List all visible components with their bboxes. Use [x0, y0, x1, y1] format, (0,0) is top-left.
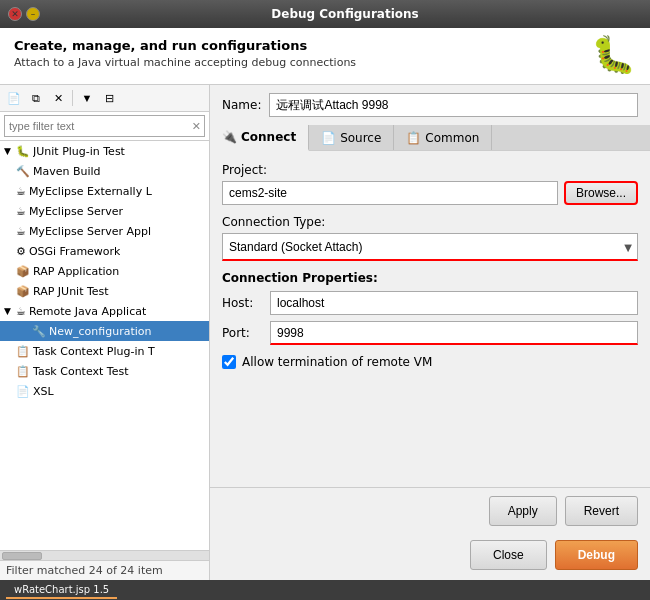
tree-item[interactable]: 🔧New_configuration	[0, 321, 209, 341]
debug-configurations-window: ✕ – Debug Configurations Create, manage,…	[0, 0, 650, 600]
close-button[interactable]: Close	[470, 540, 547, 570]
host-label: Host:	[222, 296, 262, 310]
dialog-header-text: Create, manage, and run configurations A…	[14, 38, 356, 69]
connection-type-select-wrapper: Standard (Socket Attach) ▼	[222, 233, 638, 261]
name-input[interactable]	[269, 93, 638, 117]
tree-item[interactable]: ☕MyEclipse Server Appl	[0, 221, 209, 241]
action-row: Close Debug	[210, 534, 650, 580]
tree-item[interactable]: ▼🐛JUnit Plug-in Test	[0, 141, 209, 161]
allow-termination-label[interactable]: Allow termination of remote VM	[242, 355, 432, 369]
connect-tab-icon: 🔌	[222, 130, 237, 144]
tree-item[interactable]: ☕MyEclipse Externally L	[0, 181, 209, 201]
window-title: Debug Configurations	[48, 7, 642, 21]
host-row: Host:	[222, 291, 638, 315]
common-tab-icon: 📋	[406, 131, 421, 145]
filter-status: Filter matched 24 of 24 item	[0, 560, 209, 580]
bug-icon: 🐛	[591, 34, 636, 76]
tabs-row: 🔌Connect📄Source📋Common	[210, 125, 650, 151]
new-config-btn[interactable]: 📄	[4, 88, 24, 108]
name-row: Name:	[210, 85, 650, 125]
collapse-all-btn[interactable]: ⊟	[99, 88, 119, 108]
tab-source[interactable]: 📄Source	[309, 125, 394, 150]
filter-btn[interactable]: ▼	[77, 88, 97, 108]
dialog-header-subtitle: Attach to a Java virtual machine accepti…	[14, 56, 356, 69]
project-group: Project: Browse...	[222, 163, 638, 205]
tree-item[interactable]: 📦RAP JUnit Test	[0, 281, 209, 301]
filter-box: ✕	[0, 112, 209, 141]
left-panel: 📄 ⧉ ✕ ▼ ⊟ ✕ ▼🐛JUnit Plug-in Test🔨Maven B…	[0, 85, 210, 580]
port-label: Port:	[222, 326, 262, 340]
scrollbar-thumb[interactable]	[2, 552, 42, 560]
dialog-header: Create, manage, and run configurations A…	[0, 28, 650, 85]
duplicate-config-btn[interactable]: ⧉	[26, 88, 46, 108]
bottom-tab-bar: wRateChart.jsp 1.5	[0, 580, 650, 600]
host-input[interactable]	[270, 291, 638, 315]
source-tab-label: Source	[340, 131, 381, 145]
tree-item[interactable]: 📋Task Context Plug-in T	[0, 341, 209, 361]
tree-area: ▼🐛JUnit Plug-in Test🔨Maven Build☕MyEclip…	[0, 141, 209, 550]
tab-common[interactable]: 📋Common	[394, 125, 492, 150]
tab-connect[interactable]: 🔌Connect	[210, 125, 309, 151]
name-label: Name:	[222, 98, 261, 112]
connection-type-label: Connection Type:	[222, 215, 638, 229]
revert-button[interactable]: Revert	[565, 496, 638, 526]
filter-clear-btn[interactable]: ✕	[192, 120, 201, 133]
titlebar: ✕ – Debug Configurations	[0, 0, 650, 28]
connection-properties-label: Connection Properties:	[222, 271, 638, 285]
horizontal-scrollbar[interactable]	[0, 550, 209, 560]
right-panel: Name: 🔌Connect📄Source📋Common Project: Br…	[210, 85, 650, 580]
project-field-row: Browse...	[222, 181, 638, 205]
project-input[interactable]	[222, 181, 558, 205]
bottom-tab-label: wRateChart.jsp	[14, 584, 90, 595]
allow-termination-row: Allow termination of remote VM	[222, 355, 638, 369]
debug-button[interactable]: Debug	[555, 540, 638, 570]
source-tab-icon: 📄	[321, 131, 336, 145]
tree-item[interactable]: 📄XSL	[0, 381, 209, 401]
titlebar-buttons: ✕ –	[8, 7, 40, 21]
port-input[interactable]	[270, 321, 638, 345]
tree-item[interactable]: 📦RAP Application	[0, 261, 209, 281]
tree-item[interactable]: ☕MyEclipse Server	[0, 201, 209, 221]
bottom-tab-file[interactable]: wRateChart.jsp 1.5	[6, 582, 117, 599]
content-area: 📄 ⧉ ✕ ▼ ⊟ ✕ ▼🐛JUnit Plug-in Test🔨Maven B…	[0, 85, 650, 580]
connect-tab-label: Connect	[241, 130, 296, 144]
left-toolbar: 📄 ⧉ ✕ ▼ ⊟	[0, 85, 209, 112]
config-panel: Project: Browse... Connection Type: Stan…	[210, 151, 650, 487]
dialog-header-row: Create, manage, and run configurations A…	[14, 38, 636, 76]
bottom-tab-version: 1.5	[93, 584, 109, 595]
tree-item[interactable]: 📋Task Context Test	[0, 361, 209, 381]
browse-button[interactable]: Browse...	[564, 181, 638, 205]
tree-item[interactable]: ▼☕Remote Java Applicat	[0, 301, 209, 321]
tree-item[interactable]: ⚙OSGi Framework	[0, 241, 209, 261]
delete-config-btn[interactable]: ✕	[48, 88, 68, 108]
minimize-window-btn[interactable]: –	[26, 7, 40, 21]
connection-type-group: Connection Type: Standard (Socket Attach…	[222, 215, 638, 261]
connection-properties-group: Connection Properties: Host: Port:	[222, 271, 638, 345]
apply-button[interactable]: Apply	[489, 496, 557, 526]
filter-input[interactable]	[4, 115, 205, 137]
port-row: Port:	[222, 321, 638, 345]
close-window-btn[interactable]: ✕	[8, 7, 22, 21]
connection-type-select[interactable]: Standard (Socket Attach)	[222, 233, 638, 261]
common-tab-label: Common	[425, 131, 479, 145]
toolbar-separator	[72, 90, 73, 106]
allow-termination-checkbox[interactable]	[222, 355, 236, 369]
dialog-header-title: Create, manage, and run configurations	[14, 38, 356, 53]
project-label: Project:	[222, 163, 638, 177]
tree-item[interactable]: 🔨Maven Build	[0, 161, 209, 181]
apply-revert-row: Apply Revert	[210, 487, 650, 534]
